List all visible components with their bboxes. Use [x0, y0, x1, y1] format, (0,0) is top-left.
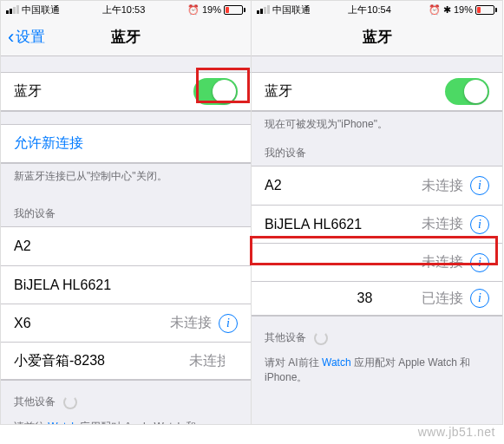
device-status: 未连接	[422, 177, 463, 195]
status-bar: 中国联通 上午10:54 ⏰ ✱ 19%	[252, 1, 502, 18]
status-time: 上午10:53	[102, 3, 146, 16]
info-icon[interactable]: i	[470, 176, 489, 195]
my-devices-header: 我的设备	[1, 193, 251, 226]
bluetooth-label: 蓝牙	[14, 82, 193, 101]
device-name: 38	[265, 291, 422, 306]
bluetooth-toggle-row: 蓝牙	[252, 73, 502, 111]
watch-footer: 请对 AI前往 Watch 应用配对 Apple Watch 和 iPhone。	[252, 350, 502, 394]
carrier-label: 中国联通	[22, 3, 60, 16]
closed-note: 新蓝牙连接已从"控制中心"关闭。	[1, 164, 251, 193]
status-bar: 中国联通 上午10:53 ⏰ 19%	[1, 1, 251, 18]
signal-icon	[257, 5, 270, 14]
device-name: X6	[14, 316, 170, 331]
page-title: 蓝牙	[252, 27, 502, 47]
device-name: 小爱音箱-8238	[14, 352, 189, 370]
device-row[interactable]: 未连接 i	[252, 243, 502, 281]
info-icon[interactable]: i	[470, 289, 489, 308]
info-icon[interactable]: i	[470, 253, 489, 272]
device-row[interactable]: BiJELA HL6621	[1, 265, 251, 304]
spinner-icon	[63, 395, 77, 409]
battery-icon	[224, 5, 245, 15]
other-devices-header: 其他设备	[252, 317, 502, 350]
watermark: www.jb51.net	[418, 425, 495, 439]
device-name: A2	[265, 178, 422, 193]
allow-new-connections-row[interactable]: 允许新连接	[1, 125, 251, 163]
watch-link[interactable]: Watch	[322, 356, 351, 369]
bluetooth-icon: ✱	[443, 4, 451, 16]
device-row[interactable]: BiJELA HL6621 未连接 i	[252, 205, 502, 243]
info-icon[interactable]: i	[470, 215, 489, 234]
device-status: 未连接	[422, 215, 463, 233]
screen-right: 中国联通 上午10:54 ⏰ ✱ 19% 蓝牙 蓝牙 现在可被发现为"iPhon…	[252, 1, 502, 424]
bluetooth-toggle[interactable]	[193, 78, 238, 105]
device-row[interactable]: 38 已连接 i	[252, 281, 502, 316]
device-row[interactable]: A2 未连接 i	[252, 166, 502, 205]
screen-left: 中国联通 上午10:53 ⏰ 19% ‹ 设置 蓝牙 蓝牙	[1, 1, 252, 424]
alarm-icon: ⏰	[429, 4, 441, 16]
status-time: 上午10:54	[348, 3, 391, 16]
device-status: 未连接	[170, 314, 212, 332]
device-row[interactable]: 小爱音箱-8238 未连接	[1, 342, 251, 380]
nav-bar: ‹ 设置 蓝牙	[1, 18, 251, 56]
discoverable-note: 现在可被发现为"iPhone"。	[252, 112, 502, 140]
device-row[interactable]: X6 未连接 i	[1, 304, 251, 342]
watch-footer: 请前往 Watch 应用配对 Apple Watch 和 iPhone。	[1, 415, 251, 424]
carrier-label: 中国联通	[272, 3, 311, 16]
other-devices-header: 其他设备	[1, 381, 251, 415]
bluetooth-toggle-row: 蓝牙	[1, 73, 251, 111]
device-name: BiJELA HL6621	[265, 217, 422, 232]
page-title: 蓝牙	[1, 27, 251, 47]
spinner-icon	[314, 331, 328, 345]
alarm-icon: ⏰	[187, 4, 200, 16]
device-status: 已连接	[422, 290, 463, 308]
my-devices-header: 我的设备	[252, 140, 502, 166]
bluetooth-toggle[interactable]	[445, 78, 489, 105]
battery-percent: 19%	[202, 4, 221, 15]
info-icon[interactable]: i	[219, 314, 238, 333]
battery-icon	[475, 5, 497, 15]
battery-percent: 19%	[454, 4, 473, 15]
allow-new-label: 允许新连接	[14, 134, 238, 153]
bluetooth-label: 蓝牙	[265, 82, 445, 101]
device-status: 未连接	[422, 253, 463, 271]
watch-link[interactable]: Watch	[48, 421, 77, 424]
signal-icon	[6, 5, 19, 14]
device-row[interactable]: A2	[1, 227, 251, 265]
nav-bar: 蓝牙	[252, 18, 502, 56]
